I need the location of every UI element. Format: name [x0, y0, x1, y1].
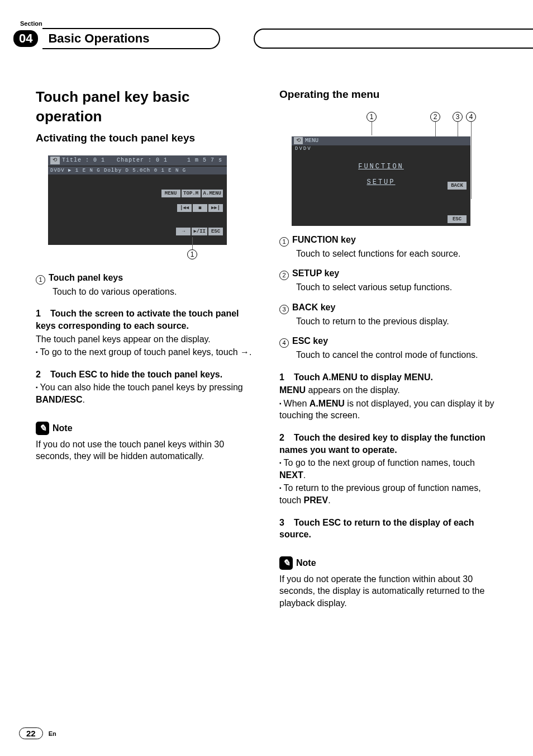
bullet-square-icon: ▪	[36, 384, 38, 390]
bullet-square-icon: ▪	[279, 460, 282, 466]
step-1-left: 1Touch the screen to activate the touch …	[36, 308, 254, 358]
cloud-icon: ⟲	[50, 157, 60, 164]
screen-menu: ⟲MENU DVDV FUNCTION SETUP BACK ESC	[292, 136, 470, 226]
note-pencil-icon: ✎	[279, 556, 293, 570]
left-h3: Activating the touch panel keys	[36, 131, 254, 145]
note-left: ✎ Note If you do not use the touch panel…	[36, 422, 254, 462]
note-right: ✎ Note If you do not operate the functio…	[279, 556, 497, 609]
header-right-pill	[254, 29, 533, 49]
left-h2: Touch panel key basic operation	[36, 87, 254, 126]
screen-time: 1 m 5 7 s	[187, 157, 222, 164]
page-footer: 22 En	[19, 727, 56, 739]
amenu-button[interactable]: A.MENU	[202, 190, 223, 197]
chapter-number: 04	[13, 30, 38, 47]
topm-button[interactable]: TOP.M	[182, 190, 201, 197]
def-esc-key: 4ESC key Touch to cancel the control mod…	[279, 335, 497, 361]
page-number: 22	[19, 727, 43, 739]
prev-button[interactable]: |◀◀	[177, 204, 192, 212]
note-pencil-icon: ✎	[36, 422, 49, 435]
menu-button[interactable]: MENU	[161, 190, 180, 197]
esc-button[interactable]: ESC	[208, 228, 223, 235]
section-label: Section	[20, 20, 533, 27]
language-label: En	[49, 730, 56, 737]
stop-button[interactable]: ◼	[193, 204, 207, 212]
bullet-square-icon: ▪	[36, 349, 38, 355]
back-key[interactable]: BACK	[448, 182, 467, 190]
function-key[interactable]: FUNCTION	[292, 162, 470, 171]
right-h3: Operating the menu	[279, 87, 497, 102]
screen-chapter: Chapter : 0 1	[117, 157, 168, 164]
def-setup-key: 2SETUP key Touch to select various setup…	[279, 267, 497, 294]
setup-key[interactable]: SETUP	[292, 178, 470, 187]
def-function-key: 1FUNCTION key Touch to select functions …	[279, 234, 497, 260]
callout-1: 1	[187, 249, 197, 259]
cloud-icon: ⟲	[294, 137, 303, 145]
step-2-right: 2Touch the desired key to display the fu…	[279, 432, 497, 507]
right-column: Operating the menu 1 2 3 4 ⟲MENU DVDV FU…	[279, 87, 497, 609]
next-button[interactable]: ▶▶|	[208, 204, 223, 212]
screen-activating: ⟲ Title : 0 1 Chapter : 0 1 1 m 5 7 s DV…	[48, 155, 227, 245]
callout-r1: 1	[367, 112, 377, 122]
def-touch-panel-keys: 1Touch panel keys Touch to do various op…	[36, 272, 254, 298]
arrow-right-icon: →	[240, 347, 249, 357]
step-3-right: 3Touch ESC to return to the display of e…	[279, 517, 497, 541]
step-2-left: 2Touch ESC to hide the touch panel keys.…	[36, 368, 254, 406]
esc-key[interactable]: ESC	[448, 215, 467, 223]
bullet-square-icon: ▪	[279, 400, 282, 407]
screen-title: Title : 0 1	[62, 157, 105, 164]
screen-subbar: DVDV ▶ 1 E N G Dolby D 5.0Ch 0 1 E N G	[48, 167, 227, 174]
step-1-right: 1Touch A.MENU to display MENU. MENU appe…	[279, 371, 497, 422]
def-back-key: 3BACK key Touch to return to the previou…	[279, 301, 497, 328]
chapter-title: Basic Operations	[42, 28, 220, 49]
playpause-button[interactable]: ▶/II	[192, 228, 207, 235]
bullet-square-icon: ▪	[279, 485, 282, 491]
left-column: Touch panel key basic operation Activati…	[36, 87, 254, 609]
arrow-button[interactable]: →	[176, 228, 191, 235]
page-header: Section 04 Basic Operations	[0, 20, 533, 49]
callout-r4: 4	[466, 112, 476, 122]
callout-r3: 3	[453, 112, 463, 122]
callout-r2: 2	[430, 112, 440, 122]
